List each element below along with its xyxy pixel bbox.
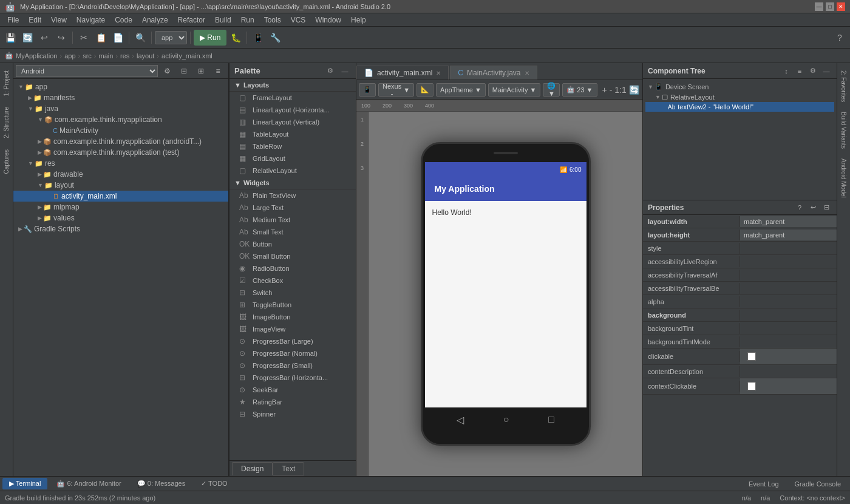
prop-value-accessibility-be[interactable] [740, 287, 837, 290]
toolbar-redo[interactable]: ↪ [53, 30, 69, 46]
palette-item-imagebutton[interactable]: 🖼 ImageButton [229, 311, 356, 323]
right-vtab-favorites[interactable]: 2: Favorites [838, 66, 849, 107]
menu-build[interactable]: Build [210, 15, 236, 26]
comp-item-relativelayout[interactable]: ▼ ▢ RelativeLayout [645, 92, 834, 102]
palette-item-imageview[interactable]: 🖼 ImageView [229, 323, 356, 335]
prop-value-layout-height[interactable]: match_parent [740, 230, 837, 240]
breadcrumb-src[interactable]: src [83, 52, 92, 60]
toolbar-save[interactable]: 💾 [2, 30, 18, 46]
prop-value-content-desc[interactable] [740, 370, 837, 373]
palette-item-button[interactable]: OK Button [229, 238, 356, 250]
prop-value-alpha[interactable] [740, 300, 837, 304]
palette-item-plaintextview[interactable]: Ab Plain TextView [229, 189, 356, 202]
tab-text[interactable]: Text [273, 462, 304, 475]
render-btn[interactable]: 🔄 [629, 82, 639, 98]
project-view-selector[interactable]: Android [16, 65, 158, 77]
left-tab-captures[interactable]: Captures [1, 145, 12, 179]
toolbar-cut[interactable]: ✂ [76, 30, 92, 46]
bottom-tab-messages[interactable]: 💬 0: Messages [131, 478, 192, 489]
project-settings[interactable]: ⚙ [159, 63, 175, 79]
prop-filter[interactable]: ⊟ [821, 202, 832, 213]
bottom-tab-gradle-console[interactable]: Gradle Console [788, 478, 848, 489]
menu-view[interactable]: View [46, 15, 72, 26]
run-button[interactable]: ▶ Run [194, 30, 226, 46]
clickable-checkbox[interactable] [747, 352, 756, 361]
palette-item-largetext[interactable]: Ab Large Text [229, 202, 356, 214]
actual-size-btn[interactable]: 1:1 [614, 82, 626, 98]
prop-value-style[interactable] [740, 247, 837, 250]
toolbar-paste[interactable]: 📄 [110, 30, 126, 46]
api-selector[interactable]: 🤖 23 ▼ [562, 83, 597, 97]
palette-item-linearlayout-h[interactable]: ▤ LinearLayout (Horizonta... [229, 104, 356, 116]
editor-tab-xml[interactable]: 📄 activity_main.xml ✕ [356, 66, 449, 80]
comp-tree-settings[interactable]: ≡ [794, 66, 805, 77]
menu-vcs[interactable]: VCS [286, 15, 311, 26]
tree-item-package1[interactable]: ▼ 📦 com.example.think.myapplication [13, 114, 228, 125]
tree-item-manifests[interactable]: ▶ 📁 manifests [13, 92, 228, 103]
toolbar-copy[interactable]: 📋 [93, 30, 109, 46]
palette-item-tablerow[interactable]: ▤ TableRow [229, 140, 356, 152]
palette-item-gridlayout[interactable]: ▦ GridLayout [229, 152, 356, 165]
palette-settings[interactable]: ⚙ [324, 65, 336, 77]
project-collapse[interactable]: ⊟ [176, 63, 192, 79]
minimize-button[interactable]: — [815, 2, 823, 11]
tree-item-activity-xml[interactable]: ▶ 🗒 activity_main.xml [13, 191, 228, 202]
recents-button-icon[interactable]: □ [548, 414, 554, 425]
zoom-out-btn[interactable]: - [610, 82, 613, 98]
tree-item-package3[interactable]: ▶ 📦 com.example.think.myapplication (tes… [13, 147, 228, 158]
palette-item-progressbar-large[interactable]: ⊙ ProgressBar (Large) [229, 335, 356, 347]
palette-item-togglebutton[interactable]: ⊞ ToggleButton [229, 299, 356, 311]
debug-button[interactable]: 🐛 [228, 30, 243, 46]
editor-tab-java[interactable]: C MainActivity.java ✕ [450, 66, 537, 80]
close-button[interactable]: ✕ [837, 2, 845, 11]
menu-tools[interactable]: Tools [259, 15, 286, 26]
breadcrumb-app[interactable]: app [64, 52, 75, 60]
palette-section-layouts[interactable]: ▼ Layouts [229, 79, 356, 92]
avd-button[interactable]: 📱 [250, 30, 266, 46]
comp-tree-minimize[interactable]: — [821, 66, 832, 77]
prop-value-layout-width[interactable]: match_parent [740, 216, 837, 227]
prop-value-accessibility-live[interactable] [740, 260, 837, 264]
virtual-device-btn[interactable]: 📱 [359, 83, 376, 97]
palette-item-progressbar-normal[interactable]: ⊙ ProgressBar (Normal) [229, 347, 356, 359]
locale-btn[interactable]: 🌐 ▼ [543, 83, 560, 97]
help-button[interactable]: ? [832, 30, 848, 46]
menu-run[interactable]: Run [236, 15, 259, 26]
palette-item-radiobutton[interactable]: ◉ RadioButton [229, 262, 356, 274]
palette-search[interactable]: — [339, 65, 351, 77]
tree-item-mipmap[interactable]: ▶ 📁 mipmap [13, 202, 228, 213]
prop-help[interactable]: ? [794, 202, 805, 213]
prop-value-accessibility-af[interactable] [740, 273, 837, 277]
xml-tab-close[interactable]: ✕ [436, 70, 441, 77]
palette-item-checkbox[interactable]: ☑ CheckBox [229, 274, 356, 287]
menu-window[interactable]: Window [310, 15, 346, 26]
comp-tree-sort[interactable]: ↕ [781, 66, 792, 77]
sdk-button[interactable]: 🔧 [267, 30, 283, 46]
palette-item-framelayout[interactable]: ▢ FrameLayout [229, 92, 356, 104]
prop-value-background-tint-mode[interactable] [740, 340, 837, 344]
right-vtab-build-variants[interactable]: Build Variants [838, 107, 849, 154]
breadcrumb-main[interactable]: main [99, 52, 114, 60]
palette-item-switch[interactable]: ⊟ Switch [229, 287, 356, 299]
breadcrumb-layout[interactable]: layout [137, 52, 154, 60]
tree-item-values[interactable]: ▶ 📁 values [13, 213, 228, 223]
palette-item-relativelayout[interactable]: ▢ RelativeLayout [229, 165, 356, 177]
zoom-in-btn[interactable]: + [602, 82, 607, 98]
breadcrumb-activity[interactable]: activity_main.xml [162, 52, 212, 60]
palette-item-linearlayout-v[interactable]: ▥ LinearLayout (Vertical) [229, 116, 356, 128]
comp-tree-config[interactable]: ⚙ [807, 66, 818, 77]
left-tab-project[interactable]: 1: Project [1, 66, 12, 101]
tree-item-package2[interactable]: ▶ 📦 com.example.think.myapplication (and… [13, 136, 228, 147]
toolbar-sync[interactable]: 🔄 [19, 30, 35, 46]
tree-item-mainactivity[interactable]: ▶ C MainActivity [13, 125, 228, 136]
prop-value-background-tint[interactable] [740, 327, 837, 330]
palette-item-mediumtext[interactable]: Ab Medium Text [229, 214, 356, 226]
comp-item-device-screen[interactable]: ▼ 📱 Device Screen [645, 81, 834, 92]
back-button-icon[interactable]: ◁ [457, 414, 464, 426]
menu-code[interactable]: Code [110, 15, 137, 26]
activity-selector[interactable]: MainActivity ▼ [488, 83, 541, 97]
menu-file[interactable]: File [2, 15, 24, 26]
screen-orient-btn[interactable]: 📐 [416, 83, 433, 97]
bottom-tab-android-monitor[interactable]: 🤖 6: Android Monitor [50, 478, 127, 489]
menu-navigate[interactable]: Navigate [72, 15, 110, 26]
